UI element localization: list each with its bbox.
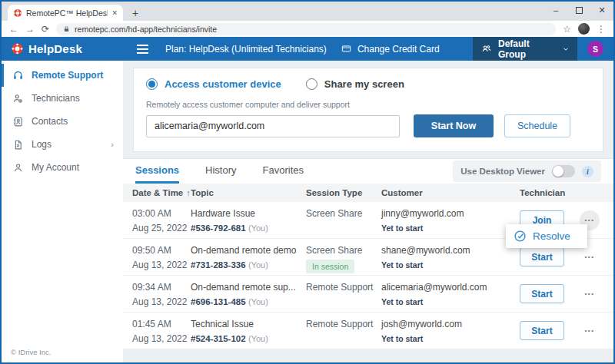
session-owner: (You) xyxy=(248,297,268,306)
tab-history[interactable]: History xyxy=(205,159,236,184)
browser-tabstrip: RemotePC™ HelpDesk - Remote ✕ + – ✕ xyxy=(2,2,613,21)
sidebar-item-technicians[interactable]: Technicians xyxy=(2,87,123,110)
browser-tab[interactable]: RemotePC™ HelpDesk - Remote ✕ xyxy=(8,5,123,21)
group-icon xyxy=(480,43,493,55)
more-icon[interactable]: ••• xyxy=(585,252,595,263)
column-date-time[interactable]: Date & Time ↑ xyxy=(132,188,191,197)
session-topic: Hardware Issue xyxy=(191,208,306,219)
person-icon xyxy=(12,162,24,174)
sidebar-item-label: My Account xyxy=(32,162,79,173)
browser-menu-icon[interactable]: ⋮ xyxy=(597,25,606,34)
new-tab-button[interactable]: + xyxy=(132,8,138,18)
reload-icon[interactable]: ⟳ xyxy=(42,25,49,34)
radio-access-label: Access customer device xyxy=(165,78,281,90)
table-row: 01:45 AMAug 13, 2022 Technical Issue#524… xyxy=(123,313,613,349)
session-date: Aug 13, 2022 xyxy=(132,296,191,307)
chevron-right-icon: › xyxy=(111,140,114,149)
customer-status: Yet to start xyxy=(381,260,520,270)
logs-icon xyxy=(12,139,24,151)
window-maximize-button[interactable] xyxy=(567,2,590,18)
session-type: Screen Share xyxy=(306,208,381,219)
sidebar-item-my-account[interactable]: My Account xyxy=(2,156,123,179)
session-time: 09:34 AM xyxy=(132,282,191,293)
session-id: #696-131-485 xyxy=(191,297,246,306)
credit-card-icon xyxy=(341,44,352,54)
app-header: HelpDesk Plan: HelpDesk (Unlimited Techn… xyxy=(2,37,613,61)
customer-status: Yet to start xyxy=(381,223,520,233)
start-now-button[interactable]: Start Now xyxy=(414,114,494,137)
chevron-down-icon xyxy=(562,45,570,53)
session-type: Screen Share xyxy=(306,245,381,256)
lock-icon xyxy=(63,25,70,33)
session-time: 01:45 AM xyxy=(132,319,191,329)
main-content: Access customer device Share my screen R… xyxy=(123,61,613,362)
session-date: Aug 13, 2022 xyxy=(132,260,191,270)
column-session-type: Session Type xyxy=(306,188,381,197)
session-type: Remote Support xyxy=(306,319,381,329)
schedule-button[interactable]: Schedule xyxy=(504,114,570,137)
row-more-menu[interactable]: ••• xyxy=(580,247,600,267)
sidebar-item-remote-support[interactable]: Remote Support xyxy=(2,64,123,87)
customer-status: Yet to start xyxy=(381,333,520,344)
table-header: Date & Time ↑ Topic Session Type Custome… xyxy=(123,184,613,202)
session-topic: Technical Issue xyxy=(191,319,306,329)
change-credit-card-button[interactable]: Change Credit Card xyxy=(341,44,440,55)
session-owner: (You) xyxy=(248,260,268,270)
column-customer: Customer xyxy=(381,188,520,197)
user-avatar[interactable]: S xyxy=(587,41,603,57)
start-button[interactable]: Start xyxy=(520,284,564,303)
sidebar-item-label: Technicians xyxy=(32,93,80,104)
session-owner: (You) xyxy=(248,223,268,233)
more-icon[interactable]: ••• xyxy=(585,326,595,336)
bookmark-star-icon[interactable]: ☆ xyxy=(563,25,571,34)
radio-unselected-icon[interactable] xyxy=(306,78,317,90)
group-selector[interactable]: Default Group xyxy=(473,37,577,61)
desktop-viewer-toggle[interactable] xyxy=(552,165,575,177)
radio-share-my-screen[interactable]: Share my screen xyxy=(306,78,404,90)
hamburger-menu-icon[interactable] xyxy=(137,45,148,54)
tab-close-icon[interactable]: ✕ xyxy=(111,9,118,17)
sort-ascending-icon[interactable]: ↑ xyxy=(186,188,191,197)
tab-favorites[interactable]: Favorites xyxy=(263,159,304,184)
window-minimize-button[interactable]: – xyxy=(544,2,567,18)
session-date: Aug 25, 2022 xyxy=(132,223,191,233)
browser-profile-avatar[interactable] xyxy=(578,23,590,35)
group-label: Default Group xyxy=(498,38,557,60)
resolve-menu-item[interactable]: Resolve xyxy=(533,230,570,242)
sidebar-item-label: Contacts xyxy=(32,116,68,127)
panel-description: Remotely access customer computer and de… xyxy=(146,100,590,109)
start-button[interactable]: Start xyxy=(520,321,564,340)
radio-selected-icon[interactable] xyxy=(146,78,158,90)
sidebar-item-label: Remote Support xyxy=(32,70,103,81)
radio-access-customer-device[interactable]: Access customer device xyxy=(146,78,281,90)
session-id: #731-283-336 xyxy=(191,260,246,270)
session-time: 09:50 AM xyxy=(132,245,191,256)
session-id: #536-792-681 xyxy=(191,223,246,233)
headset-icon xyxy=(12,70,24,81)
column-topic: Topic xyxy=(191,188,306,197)
column-technician: Technician xyxy=(520,188,613,197)
row-more-menu[interactable]: ••• xyxy=(580,284,600,304)
customer-email: jinny@myworld.com xyxy=(381,208,520,219)
forward-icon[interactable]: → xyxy=(25,25,35,34)
back-icon[interactable]: ← xyxy=(9,25,18,34)
more-icon[interactable]: ••• xyxy=(585,289,595,299)
row-more-menu[interactable]: ••• xyxy=(580,321,600,341)
contacts-icon xyxy=(12,116,24,127)
in-session-badge: In session xyxy=(306,260,354,273)
sidebar-item-contacts[interactable]: Contacts xyxy=(2,110,123,133)
radio-share-label: Share my screen xyxy=(324,78,404,90)
sessions-panel: Sessions History Favorites Use Desktop V… xyxy=(123,158,613,349)
start-button[interactable]: Start xyxy=(520,247,564,266)
session-topic: On-demand remote demo xyxy=(191,245,306,256)
info-icon[interactable]: i xyxy=(582,166,593,177)
browser-window: RemotePC™ HelpDesk - Remote ✕ + – ✕ ← → … xyxy=(0,0,615,364)
sidebar-item-logs[interactable]: Logs › xyxy=(2,133,123,156)
tab-sessions[interactable]: Sessions xyxy=(135,159,179,184)
address-bar[interactable]: remotepc.com/hd-app/technicians/invite xyxy=(56,23,556,35)
session-owner: (You) xyxy=(248,334,268,343)
plan-label: Plan: HelpDesk (Unlimited Technicians) xyxy=(165,44,327,55)
table-row: 09:34 AMAug 13, 2022 On-demand remote su… xyxy=(123,276,613,313)
window-close-button[interactable]: ✕ xyxy=(590,2,613,18)
customer-email-input[interactable] xyxy=(146,115,400,137)
